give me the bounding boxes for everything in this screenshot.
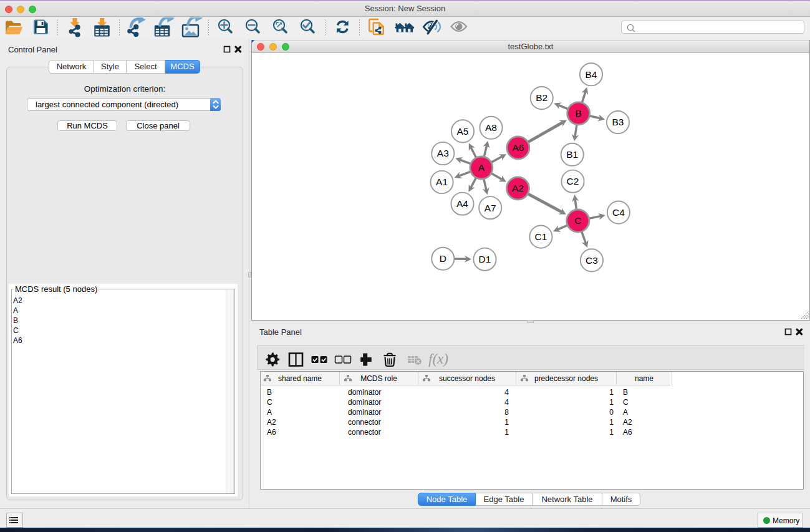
svg-text:D1: D1 — [479, 254, 491, 264]
svg-text:B4: B4 — [586, 69, 597, 80]
svg-text:B1: B1 — [566, 149, 578, 160]
svg-text:B3: B3 — [612, 117, 624, 127]
svg-text:A3: A3 — [437, 148, 449, 158]
svg-text:C1: C1 — [534, 231, 547, 242]
svg-text:C: C — [574, 215, 581, 226]
svg-text:A1: A1 — [436, 177, 448, 187]
svg-text:A7: A7 — [485, 203, 496, 213]
svg-text:C2: C2 — [567, 176, 579, 186]
svg-text:B: B — [576, 108, 582, 118]
svg-text:A2: A2 — [512, 183, 524, 193]
svg-text:A5: A5 — [457, 126, 469, 137]
svg-text:C4: C4 — [612, 207, 625, 218]
svg-text:A4: A4 — [456, 198, 468, 209]
svg-text:B2: B2 — [536, 92, 547, 103]
svg-text:A6: A6 — [512, 142, 524, 153]
svg-text:C3: C3 — [586, 255, 598, 266]
svg-text:A8: A8 — [485, 122, 497, 133]
svg-text:A: A — [478, 162, 485, 173]
svg-text:f(x): f(x) — [428, 351, 448, 367]
svg-text:D: D — [440, 253, 446, 264]
